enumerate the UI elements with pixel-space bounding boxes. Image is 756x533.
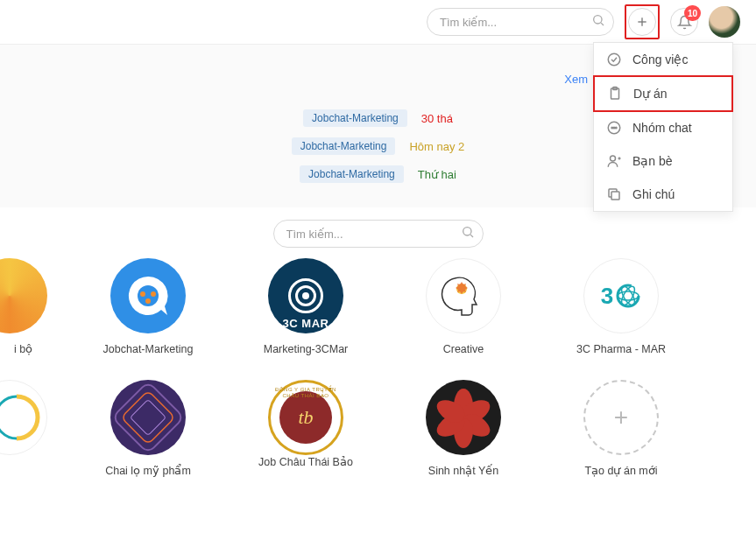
project-logo-chailo [110, 380, 186, 455]
project-label-partial: i bộ [14, 342, 32, 355]
project-label: Jobchat-Marketing [103, 342, 194, 357]
svg-line-1 [601, 23, 604, 25]
new-project-icon: + [583, 380, 659, 455]
project-label: Tạo dự án mới [584, 464, 657, 479]
notification-badge: 10 [684, 5, 701, 21]
header: 10 [0, 0, 756, 44]
svg-line-16 [470, 235, 473, 237]
svg-rect-14 [611, 192, 619, 200]
dropdown-item-label: Bạn bè [632, 154, 673, 168]
notifications-button[interactable]: 10 [670, 8, 698, 36]
project-card[interactable]: Jobchat-Marketing [91, 258, 205, 357]
svg-point-0 [594, 16, 602, 24]
feed-tag: Jobchat-Marketing [292, 137, 396, 155]
new-project-card[interactable]: + Tạo dự án mới [564, 380, 678, 479]
feed-tag: Jobchat-Marketing [303, 109, 407, 127]
user-plus-icon [606, 153, 622, 169]
projects-grid: i bộ Jobchat-Marketing 3C MAR Marketing-… [0, 253, 756, 479]
svg-point-19 [151, 291, 156, 297]
svg-point-18 [140, 291, 145, 297]
project-logo-jobchat [110, 258, 186, 333]
feed-date: Hôm nay 2 [409, 140, 464, 153]
project-search [273, 220, 484, 248]
svg-point-8 [611, 127, 613, 129]
search-icon [461, 225, 475, 242]
search-input[interactable] [427, 8, 614, 36]
user-avatar[interactable] [709, 6, 740, 38]
project-logo-thaibao: ĐÔNG Y GIA TRUYỀN CHÂU THÁI BẢO tb [268, 380, 343, 455]
project-card[interactable]: 3 3C Pharma - MAR [564, 258, 678, 357]
project-label: Job Châu Thái Bảo [258, 455, 353, 470]
svg-point-9 [613, 127, 615, 129]
project-logo-creative [426, 258, 501, 333]
project-label: Creative [443, 342, 484, 357]
add-dropdown: Công việc Dự án Nhóm chat Bạn bè Ghi chú [593, 42, 733, 212]
project-label: Marketing-3CMar [264, 342, 349, 357]
project-logo-sinhnhat [426, 380, 501, 455]
dropdown-item-group-chat[interactable]: Nhóm chat [594, 111, 732, 144]
svg-point-15 [463, 228, 470, 235]
dropdown-item-project[interactable]: Dự án [593, 75, 733, 112]
project-logo-3cpharma: 3 [583, 258, 659, 333]
plus-icon: + [614, 403, 628, 431]
svg-point-4 [608, 53, 620, 66]
search-icon [591, 13, 605, 31]
clipboard-icon [607, 86, 623, 102]
svg-point-23 [618, 291, 639, 300]
dropdown-item-note[interactable]: Ghi chú [594, 178, 732, 211]
feed-date: 30 thá [421, 112, 453, 125]
global-search [427, 8, 614, 36]
project-card[interactable]: 3C MAR Marketing-3CMar [249, 258, 363, 357]
project-label: Sinh nhật Yến [428, 464, 498, 479]
project-card[interactable]: ĐÔNG Y GIA TRUYỀN CHÂU THÁI BẢO tb Job C… [249, 380, 363, 479]
project-logo-3cmar: 3C MAR [268, 258, 343, 333]
copy-icon [606, 186, 622, 202]
svg-point-20 [145, 298, 151, 304]
dropdown-item-task[interactable]: Công việc [594, 43, 732, 76]
feed-date: Thứ hai [418, 168, 456, 181]
svg-point-10 [616, 127, 618, 129]
project-search-input[interactable] [273, 220, 484, 248]
dropdown-item-label: Nhóm chat [632, 121, 692, 135]
project-card[interactable]: Chai lọ mỹ phẩm [91, 380, 205, 479]
dropdown-item-label: Dự án [633, 87, 668, 101]
add-button-highlight [625, 4, 660, 39]
svg-point-11 [611, 156, 616, 161]
dropdown-item-friend[interactable]: Bạn bè [594, 144, 732, 178]
dropdown-item-label: Công việc [632, 53, 688, 67]
project-card[interactable]: Creative [406, 258, 520, 357]
dropdown-item-label: Ghi chú [632, 187, 675, 201]
feed-tag: Jobchat-Marketing [300, 165, 404, 183]
project-card[interactable]: Sinh nhật Yến [406, 380, 520, 479]
project-label: 3C Pharma - MAR [576, 342, 666, 357]
check-circle-icon [606, 52, 622, 67]
chat-bubble-icon [606, 120, 622, 136]
add-button[interactable] [628, 8, 656, 36]
project-label: Chai lọ mỹ phẩm [105, 464, 191, 479]
